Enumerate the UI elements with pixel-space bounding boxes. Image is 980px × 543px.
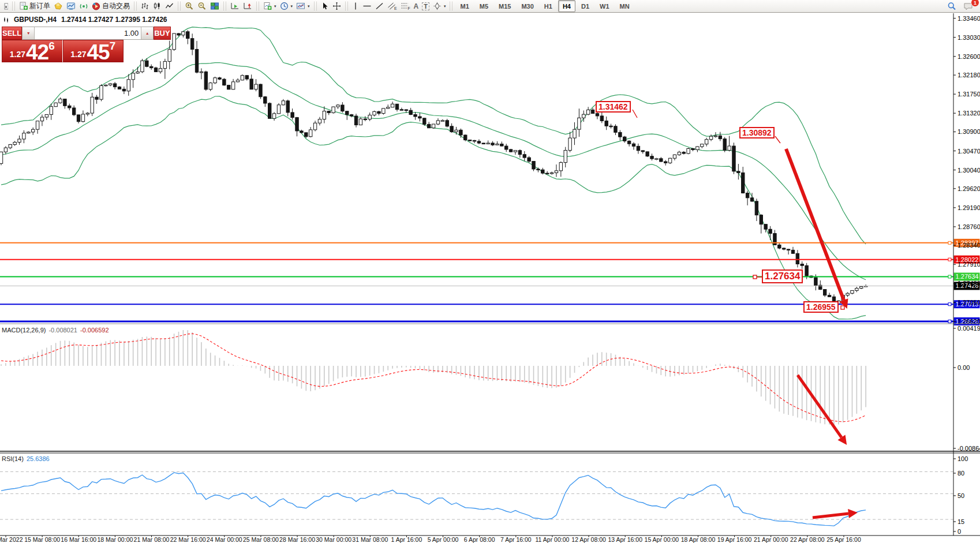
time-axis[interactable]: 14 Mar 202215 Mar 08:0016 Mar 16:0018 Ma… — [0, 535, 861, 543]
svg-text:1.27050: 1.27050 — [957, 299, 980, 306]
trendline-icon — [375, 2, 384, 10]
crosshair-button[interactable] — [331, 1, 343, 12]
svg-text:18 Apr 08:00: 18 Apr 08:00 — [681, 536, 716, 543]
svg-text:5 Apr 00:00: 5 Apr 00:00 — [428, 536, 459, 543]
sell-price-big: 42 — [26, 44, 48, 61]
horizontal-line-icon — [362, 2, 372, 10]
svg-text:1.30470: 1.30470 — [957, 148, 980, 155]
svg-text:14 Mar 2022: 14 Mar 2022 — [0, 536, 23, 543]
window-icon[interactable] — [1, 1, 10, 12]
svg-text:50: 50 — [957, 492, 964, 499]
zoom-in-button[interactable] — [183, 1, 196, 12]
macd-name: MACD(12,26,9) — [2, 327, 46, 334]
market-watch-button[interactable] — [65, 1, 77, 12]
svg-text:13 Apr 16:00: 13 Apr 16:00 — [608, 536, 642, 543]
clock-icon — [280, 2, 289, 10]
autotrading-label: 自动交易 — [102, 1, 130, 11]
periods-dropdown[interactable]: ▾ — [278, 1, 295, 12]
text-tool[interactable]: A — [412, 1, 421, 12]
equidistant-channel-tool[interactable]: E — [386, 1, 399, 12]
autotrading-button[interactable]: 自动交易 — [90, 1, 132, 12]
search-icon — [947, 2, 956, 11]
candlestick-series — [0, 30, 867, 307]
svg-text:6 Apr 08:00: 6 Apr 08:00 — [464, 536, 495, 543]
svg-text:22 Mar 16:00: 22 Mar 16:00 — [170, 536, 206, 543]
svg-text:0.00: 0.00 — [957, 364, 970, 371]
timeframe-m15[interactable]: M15 — [494, 0, 515, 12]
svg-text:1 Apr 16:00: 1 Apr 16:00 — [391, 536, 422, 543]
auto-scroll-button[interactable] — [229, 1, 241, 12]
svg-text:31 Mar 08:00: 31 Mar 08:00 — [352, 536, 388, 543]
vertical-line-tool[interactable] — [350, 1, 361, 12]
caret-down-icon: ▾ — [308, 4, 310, 9]
candlestick-type-button[interactable] — [151, 1, 163, 12]
svg-text:30 Mar 00:00: 30 Mar 00:00 — [316, 536, 351, 543]
price-annotation[interactable]: 1.30892 — [739, 127, 775, 138]
timeframe-m30[interactable]: M30 — [517, 0, 538, 12]
caret-down-icon: ▾ — [444, 4, 446, 9]
macd-value-main: -0.008021 — [48, 327, 77, 334]
svg-text:16 Mar 16:00: 16 Mar 16:00 — [61, 536, 96, 543]
svg-text:1.28760: 1.28760 — [957, 223, 980, 230]
volume-decrease-button[interactable]: ▾ — [23, 27, 35, 39]
timeframe-h4[interactable]: H4 — [558, 0, 575, 12]
timeframe-m1[interactable]: M1 — [455, 0, 473, 12]
horizontal-line-tool[interactable] — [361, 1, 373, 12]
svg-text:19 Apr 16:00: 19 Apr 16:00 — [717, 536, 752, 543]
chart-window-icon — [3, 17, 9, 23]
text-label-tool[interactable]: T — [420, 1, 431, 12]
timeframe-h1[interactable]: H1 — [540, 0, 557, 12]
templates-dropdown[interactable]: ▾ — [294, 1, 312, 12]
chart-shift-button[interactable] — [241, 1, 254, 12]
zoom-out-button[interactable] — [196, 1, 208, 12]
buy-button[interactable]: BUY — [154, 27, 170, 40]
sell-button[interactable]: SELL — [2, 27, 22, 40]
one-click-row: SELL ▾ ▴ BUY — [2, 27, 124, 40]
toolbar-grip — [345, 2, 348, 10]
text-tool-icon: A — [414, 2, 419, 10]
monitor-chart-icon — [66, 2, 76, 10]
new-chart-dropdown[interactable]: ▾ — [261, 1, 278, 12]
fibonacci-tool[interactable]: F — [399, 1, 412, 12]
timeframe-w1[interactable]: W1 — [595, 0, 614, 12]
tile-windows-button[interactable] — [208, 1, 221, 12]
timeframe-mn[interactable]: MN — [615, 0, 634, 12]
mt4-terminal: 新订单 自动交易 — [0, 0, 980, 543]
signals-button[interactable] — [77, 1, 90, 12]
symbol-timeframe-label: GBPUSD-,H4 — [14, 16, 57, 24]
profiles-button[interactable] — [52, 1, 65, 12]
chart-canvas[interactable]: 1.283971.280221.276341.274261.270131.266… — [0, 13, 980, 543]
svg-text:25 Apr 16:00: 25 Apr 16:00 — [826, 536, 861, 543]
shapes-dropdown[interactable]: ▾ — [431, 1, 448, 12]
caret-up-icon: ▴ — [146, 31, 148, 36]
chart-title-row: GBPUSD-,H4 1.27414 1.27427 1.27395 1.274… — [3, 16, 167, 24]
svg-text:1.31750: 1.31750 — [957, 91, 980, 98]
svg-text:1.26620: 1.26620 — [957, 318, 980, 325]
price-annotation[interactable]: 1.27634 — [762, 269, 803, 283]
trendline-tool[interactable] — [373, 1, 386, 12]
buy-price-display[interactable]: 1.27 45 7 — [63, 40, 124, 62]
volume-increase-button[interactable]: ▴ — [141, 27, 153, 39]
timeframe-d1[interactable]: D1 — [577, 0, 594, 12]
sell-price-display[interactable]: 1.27 42 6 — [2, 40, 63, 62]
search-button[interactable] — [945, 1, 958, 12]
svg-text:100: 100 — [957, 455, 968, 462]
zoom-in-icon — [185, 2, 194, 10]
line-chart-type-button[interactable] — [163, 1, 175, 12]
macd-indicator — [1, 330, 866, 425]
candlestick-icon — [153, 2, 162, 10]
bar-chart-type-button[interactable] — [139, 1, 151, 12]
gold-nugget-icon — [54, 2, 63, 10]
cursor-button[interactable] — [319, 1, 331, 12]
macd-value-signal: -0.006592 — [80, 327, 109, 334]
new-order-button[interactable]: 新订单 — [17, 1, 52, 12]
chat-button[interactable]: 1 — [962, 1, 975, 12]
price-annotation[interactable]: 1.26955 — [803, 301, 839, 313]
svg-text:1.33460: 1.33460 — [957, 15, 980, 22]
toolbar-grip — [450, 2, 452, 10]
signal-icon — [79, 2, 88, 10]
toolbar-grip — [178, 2, 181, 10]
price-annotation[interactable]: 1.31462 — [596, 101, 631, 113]
volume-input[interactable] — [35, 27, 141, 39]
timeframe-m5[interactable]: M5 — [475, 0, 493, 12]
